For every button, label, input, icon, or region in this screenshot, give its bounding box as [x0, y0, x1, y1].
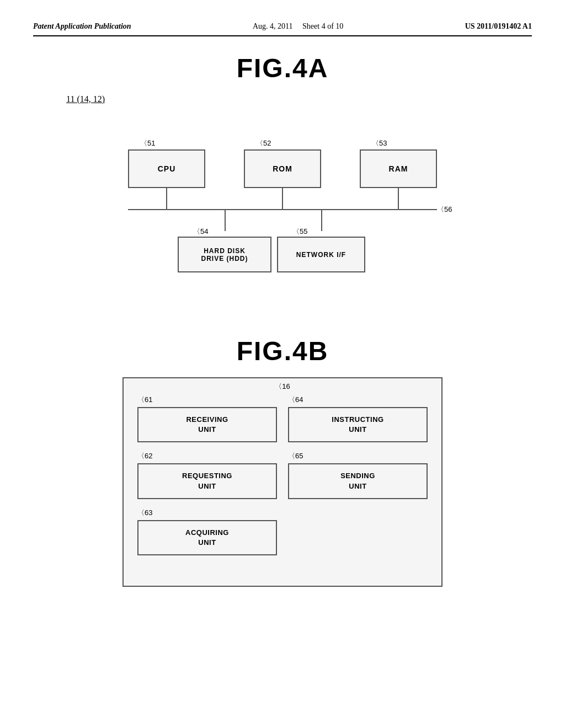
sending-unit-box: SENDINGUNIT — [288, 463, 428, 499]
cpu-box: CPU — [128, 149, 205, 188]
ref-65: 〈65 — [288, 451, 428, 461]
requesting-unit-box: REQUESTINGUNIT — [137, 463, 277, 499]
patent-number: US 2011/0191402 A1 — [465, 22, 532, 31]
cpu-label: CPU — [158, 164, 176, 173]
fig4a-diagram: 〈51 〈52 〈53 CPU ROM RAM 〈56 — [89, 121, 476, 275]
rom-box: ROM — [244, 149, 321, 188]
ref-55: 〈55 — [292, 227, 307, 237]
fig4b-left-col: 〈61 RECEIVINGUNIT 〈62 REQUESTINGUNIT — [137, 395, 277, 555]
ref-51: 〈51 — [140, 138, 155, 148]
page: Patent Application Publication Aug. 4, 2… — [0, 0, 565, 728]
page-header: Patent Application Publication Aug. 4, 2… — [33, 22, 532, 36]
vline-nif — [321, 210, 322, 231]
date: Aug. 4, 2011 — [253, 22, 293, 30]
fig4b-section: FIG.4B 〈16 〈61 RECEIVINGUNIT — [33, 336, 532, 587]
fig4a-title: FIG.4A — [33, 53, 532, 83]
receiving-unit-box: RECEIVINGUNIT — [137, 407, 277, 442]
ram-box: RAM — [360, 149, 437, 188]
ref-52: 〈52 — [256, 138, 271, 148]
fig4b-box-64: 〈64 INSTRUCTINGUNIT — [288, 395, 428, 442]
ref-64: 〈64 — [288, 395, 428, 405]
acquiring-unit-box: ACQUIRINGUNIT — [137, 520, 277, 555]
rom-label: ROM — [273, 164, 292, 173]
fig4b-inner-layout: 〈61 RECEIVINGUNIT 〈62 REQUESTINGUNIT — [137, 395, 428, 555]
instructing-unit-box: INSTRUCTINGUNIT — [288, 407, 428, 442]
vline-cpu — [166, 188, 167, 209]
vline-hdd — [225, 210, 226, 231]
fig4a-ref-label: 11 (14, 12) — [66, 94, 532, 104]
fig4b-box-62: 〈62 REQUESTINGUNIT — [137, 451, 277, 499]
ref-62: 〈62 — [137, 451, 277, 461]
fig4b-box-65: 〈65 SENDINGUNIT — [288, 451, 428, 499]
sheet: Sheet 4 of 10 — [302, 22, 343, 30]
hdd-box: HARD DISKDRIVE (HDD) — [178, 237, 271, 272]
fig4b-title: FIG.4B — [33, 336, 532, 366]
vline-ram — [398, 188, 399, 209]
section-separator — [33, 308, 532, 325]
date-sheet: Aug. 4, 2011 Sheet 4 of 10 — [253, 22, 343, 31]
ref-54: 〈54 — [193, 227, 208, 237]
ref-56: 〈56 — [437, 205, 452, 215]
ref-61: 〈61 — [137, 395, 277, 405]
fig4b-right-col: 〈64 INSTRUCTINGUNIT 〈65 SENDINGUNIT — [288, 395, 428, 555]
ref-53: 〈53 — [372, 138, 387, 148]
ref-63: 〈63 — [137, 508, 277, 518]
fig4a-section: FIG.4A 11 (14, 12) 〈51 〈52 〈53 CPU ROM R… — [33, 53, 532, 275]
hdd-label: HARD DISKDRIVE (HDD) — [201, 247, 248, 263]
ref-16: 〈16 — [275, 382, 290, 392]
publication-label: Patent Application Publication — [33, 22, 131, 31]
ram-label: RAM — [389, 164, 408, 173]
fig4b-outer-box: 〈16 〈61 RECEIVINGUNIT 〈62 — [122, 377, 443, 587]
network-label: NETWORK I/F — [296, 251, 346, 259]
fig4b-box-61: 〈61 RECEIVINGUNIT — [137, 395, 277, 442]
fig4b-box-63: 〈63 ACQUIRINGUNIT — [137, 508, 277, 555]
network-box: NETWORK I/F — [277, 237, 365, 272]
vline-rom — [282, 188, 283, 209]
bus-line — [128, 209, 437, 210]
ref-16-bracket: 〈 — [275, 382, 282, 390]
